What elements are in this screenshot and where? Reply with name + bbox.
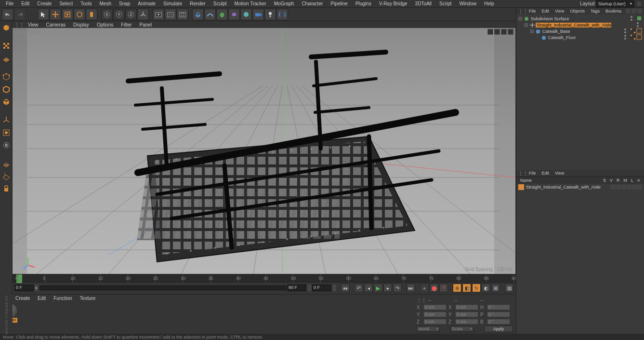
coord-apply-button[interactable]: Apply (484, 326, 513, 332)
timeline-range-slider[interactable] (39, 286, 286, 290)
render-picture-button[interactable] (165, 9, 176, 20)
planar-workplane-button[interactable] (0, 170, 13, 182)
cube-primitive-button[interactable] (192, 9, 204, 20)
layer-r-toggle[interactable] (621, 185, 626, 190)
menu-snap[interactable]: Snap (115, 0, 134, 7)
render-settings-button[interactable] (177, 9, 188, 20)
move-tool[interactable] (50, 9, 61, 20)
last-tool[interactable] (86, 9, 97, 20)
autokey-button[interactable]: ⬤ (430, 284, 438, 292)
camera-button[interactable] (252, 9, 264, 20)
enable-tag[interactable] (636, 15, 642, 21)
menu-select[interactable]: Select (55, 0, 77, 7)
mat-function-menu[interactable]: Function (50, 296, 76, 301)
key-rot-button[interactable]: ↻ (472, 284, 481, 292)
locked-workplane-button[interactable] (0, 157, 13, 170)
attr-edit-menu[interactable]: Edit (539, 171, 552, 176)
tree-row-base[interactable]: ⊟ Catwalk_Base (517, 28, 643, 34)
size-mode-dropdown[interactable]: Scale (450, 326, 473, 332)
obj-file-menu[interactable]: File (526, 9, 539, 14)
key-pos-button[interactable]: ⊕ (453, 284, 461, 292)
object-tree[interactable]: ⊟ Subdivision Surface ⊟ Straight_Industr… (516, 14, 644, 170)
layer-row[interactable]: Straight_Industrial_Catwalk_with_Aisle (516, 184, 644, 190)
timeline-ruler[interactable]: 051015202530354045505560657075808590 (13, 274, 515, 283)
layer-r-col[interactable]: R (615, 178, 622, 183)
tree-label-floor[interactable]: Catwalk_Floor (547, 35, 576, 40)
menu-pipeline[interactable]: Pipeline (327, 0, 352, 7)
obj-bookmarks-menu[interactable]: Bookma (603, 9, 624, 14)
menu-vraybridge[interactable]: V-Ray Bridge (375, 0, 411, 7)
light-button[interactable] (264, 9, 276, 20)
visibility-tag[interactable] (636, 22, 642, 27)
timeline-current-input[interactable]: 0 F (312, 285, 331, 291)
layer-a-col[interactable]: A (635, 178, 642, 183)
viewport-zoom-icon[interactable] (494, 29, 500, 35)
menu-animate[interactable]: Animate (134, 0, 159, 7)
layer-name[interactable]: Straight_Industrial_Catwalk_with_Aisle (524, 185, 601, 190)
rot-p-input[interactable]: 0 ° (487, 312, 510, 317)
layer-m-col[interactable]: M (621, 178, 629, 183)
obj-layout-icon[interactable] (637, 9, 642, 14)
layout-reset-button[interactable] (636, 1, 642, 7)
timeline-end-input[interactable]: 90 F (287, 285, 306, 291)
locked-button[interactable] (0, 182, 13, 195)
attr-grip-icon[interactable]: ⋮⋮ (518, 171, 526, 176)
tree-label-subdiv[interactable]: Subdivision Surface (530, 16, 569, 21)
layer-s-toggle[interactable] (611, 185, 616, 190)
layer-l-col[interactable]: L (629, 178, 635, 183)
layer-color-icon[interactable] (518, 184, 524, 190)
coord-y-input[interactable]: 0 cm (423, 312, 447, 317)
vp-panel-menu[interactable]: Panel (136, 22, 156, 27)
texture-tag[interactable] (630, 34, 636, 40)
layer-l-toggle[interactable] (632, 185, 637, 190)
timeline-options-button[interactable]: ▤ (505, 284, 513, 292)
tree-row-subdiv[interactable]: ⊟ Subdivision Surface (517, 15, 643, 22)
size-x-input[interactable]: 0 cm (455, 304, 478, 310)
coord-mode-dropdown[interactable]: World (417, 326, 440, 332)
deformer-button[interactable] (228, 9, 240, 20)
viewport-solo-button[interactable] (0, 126, 13, 139)
layer-name-col[interactable]: Name (518, 178, 601, 183)
uvw-tag[interactable] (636, 34, 642, 40)
tree-label-catwalk[interactable]: Straight_Industrial_Catwalk_with_Aisle (536, 23, 611, 27)
vp-view-menu[interactable]: View (24, 22, 42, 27)
obj-edit-menu[interactable]: Edit (539, 9, 552, 14)
z-axis-lock[interactable]: Z (125, 9, 137, 20)
tree-toggle-icon[interactable]: └ (536, 35, 540, 40)
key-pla-button[interactable]: ⊞ (491, 284, 500, 292)
vp-filter-menu[interactable]: Filter (117, 22, 135, 27)
polygons-mode-button[interactable] (0, 95, 13, 108)
layer-a-toggle[interactable] (637, 185, 642, 190)
attr-view-menu[interactable]: View (552, 171, 567, 176)
snap-button[interactable]: S (0, 139, 13, 151)
tree-toggle-icon[interactable]: ⊟ (530, 28, 535, 34)
timeline-start-input[interactable]: 0 F (14, 285, 34, 291)
vp-options-menu[interactable]: Options (93, 22, 117, 27)
rot-h-input[interactable]: 0 ° (487, 304, 510, 310)
menu-edit[interactable]: Edit (17, 0, 33, 7)
size-z-input[interactable]: 0 cm (455, 319, 478, 325)
visibility-tag[interactable] (630, 15, 636, 21)
generator-button[interactable] (216, 9, 228, 20)
layer-s-col[interactable]: S (601, 178, 608, 183)
menu-3dtoall[interactable]: 3DToAll (411, 0, 435, 7)
texture-tag[interactable] (630, 28, 636, 34)
points-mode-button[interactable] (0, 70, 13, 83)
menu-create[interactable]: Create (33, 0, 55, 7)
uvw-tag[interactable] (636, 28, 642, 34)
key-param-button[interactable]: ◐ (482, 284, 490, 292)
mat-texture-menu[interactable]: Texture (76, 296, 100, 301)
menu-file[interactable]: File (2, 0, 17, 7)
tree-row-catwalk[interactable]: ⊟ Straight_Industrial_Catwalk_with_Aisle (517, 22, 643, 28)
undo-button[interactable] (2, 9, 13, 20)
attr-file-menu[interactable]: File (526, 171, 539, 176)
menu-simulate[interactable]: Simulate (159, 0, 186, 7)
viewport-pan-icon[interactable] (487, 29, 493, 35)
scale-tool[interactable] (62, 9, 73, 20)
menu-render[interactable]: Render (186, 0, 210, 7)
obj-tags-menu[interactable]: Tags (588, 9, 603, 14)
obj-search-icon[interactable] (626, 9, 631, 14)
menu-help[interactable]: Help (480, 0, 498, 7)
keyframe-sel-button[interactable]: ? (439, 284, 448, 292)
layer-v-toggle[interactable] (616, 185, 621, 190)
